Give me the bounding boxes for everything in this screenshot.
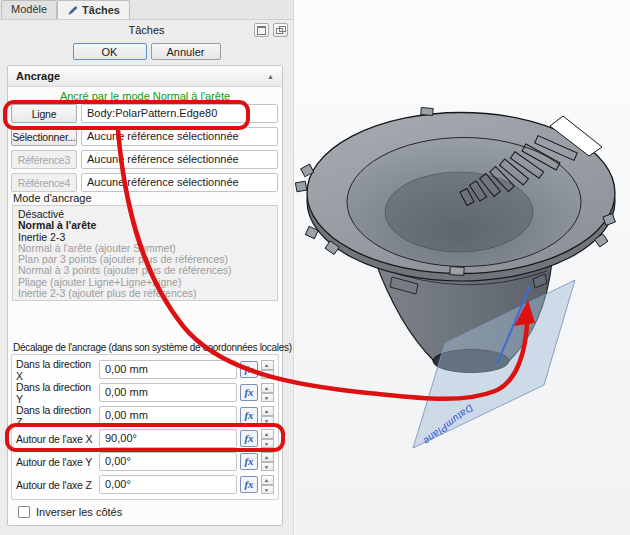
pen-icon bbox=[67, 5, 78, 16]
rotation-y-row: Autour de l'axe Y 0,00° fx bbox=[16, 452, 274, 471]
step-up-icon[interactable] bbox=[261, 406, 274, 416]
select-reference-button[interactable]: Sélectionner... bbox=[11, 127, 77, 146]
funnel-model[interactable] bbox=[295, 108, 615, 373]
formula-icon[interactable]: fx bbox=[240, 476, 258, 493]
anchor-section-header[interactable]: Ancrage bbox=[8, 66, 282, 87]
offset-y-row: Dans la direction Y 0,00 mm fx bbox=[16, 383, 274, 402]
anchor-status-message: Ancré par le mode Normal à l'arête bbox=[8, 90, 282, 102]
reference3-value[interactable]: Aucune référence sélectionnée bbox=[81, 150, 278, 169]
attachment-offset-label: Décalage de l'ancrage (dans son système … bbox=[13, 342, 297, 353]
offset-x-input[interactable]: 0,00 mm bbox=[99, 360, 237, 379]
rotation-z-input[interactable]: 0,00° bbox=[99, 475, 237, 494]
rotation-x-input[interactable]: 90,00° bbox=[99, 429, 237, 448]
rotation-y-label: Autour de l'axe Y bbox=[16, 456, 96, 468]
formula-icon[interactable]: fx bbox=[240, 361, 258, 378]
reference3-button: Référence3 bbox=[11, 150, 77, 169]
attachment-mode-label: Mode d'ancrage bbox=[13, 192, 92, 204]
collapse-panel-icon[interactable] bbox=[254, 23, 269, 37]
offset-x-row: Dans la direction X 0,00 mm fx bbox=[16, 360, 274, 379]
rotation-y-stepper bbox=[261, 452, 274, 471]
offset-z-stepper bbox=[261, 406, 274, 425]
step-down-icon[interactable] bbox=[261, 416, 274, 426]
anchor-section-title: Ancrage bbox=[16, 70, 60, 82]
invert-sides-checkbox[interactable] bbox=[18, 506, 30, 518]
tab-tasks-label: Tâches bbox=[82, 4, 120, 17]
step-down-icon[interactable] bbox=[261, 485, 274, 495]
step-down-icon[interactable] bbox=[261, 370, 274, 380]
offset-z-row: Dans la direction Z 0,00 mm fx bbox=[16, 406, 274, 425]
3d-scene: DatumPlane bbox=[295, 0, 630, 535]
mode-item-normal-to-edge[interactable]: Normal à l'arête bbox=[13, 220, 277, 231]
formula-icon[interactable]: fx bbox=[240, 384, 258, 401]
formula-icon[interactable]: fx bbox=[240, 407, 258, 424]
offset-x-label: Dans la direction X bbox=[16, 358, 96, 382]
panel-titlebar: Tâches bbox=[0, 20, 293, 40]
rotation-y-input[interactable]: 0,00° bbox=[99, 452, 237, 471]
offset-z-label: Dans la direction Z bbox=[16, 404, 96, 428]
rotation-x-row: Autour de l'axe X 90,00° fx bbox=[16, 429, 274, 448]
freecad-window: Modèle Tâches Tâches OK Annuler Ancrage bbox=[0, 0, 630, 535]
rotation-z-stepper bbox=[261, 475, 274, 494]
step-down-icon[interactable] bbox=[261, 393, 274, 403]
offset-y-stepper bbox=[261, 383, 274, 402]
step-up-icon[interactable] bbox=[261, 360, 274, 370]
offset-y-label: Dans la direction Y bbox=[16, 381, 96, 405]
step-down-icon[interactable] bbox=[261, 462, 274, 472]
invert-sides-label: Inverser les côtés bbox=[36, 506, 122, 518]
reference4-value[interactable]: Aucune référence sélectionnée bbox=[81, 173, 278, 192]
bowl-throat bbox=[385, 172, 533, 252]
ok-button[interactable]: OK bbox=[73, 43, 147, 60]
step-up-icon[interactable] bbox=[261, 383, 274, 393]
offset-y-input[interactable]: 0,00 mm bbox=[99, 383, 237, 402]
anchor-section: Ancrage Ancré par le mode Normal à l'arê… bbox=[7, 65, 283, 526]
rotation-x-stepper bbox=[261, 429, 274, 448]
mode-item-inertia-refs: Inertie 2-3 (ajouter plus de références) bbox=[13, 288, 277, 299]
panel-title: Tâches bbox=[128, 24, 164, 36]
step-up-icon[interactable] bbox=[261, 475, 274, 485]
rotation-x-label: Autour de l'axe X bbox=[16, 433, 96, 445]
reference-row-3: Référence3 Aucune référence sélectionnée bbox=[11, 150, 278, 169]
formula-icon[interactable]: fx bbox=[240, 453, 258, 470]
reference2-value[interactable]: Aucune référence sélectionnée bbox=[81, 127, 278, 146]
line-reference-button[interactable]: Ligne bbox=[11, 104, 77, 123]
flip-sides-row: Inverser les côtés bbox=[18, 506, 122, 518]
reference4-button: Référence4 bbox=[11, 173, 77, 192]
attachment-offset-group: Dans la direction X 0,00 mm fx Dans la d… bbox=[11, 354, 279, 500]
reference-row-1: Ligne Body:PolarPattern.Edge80 bbox=[11, 104, 278, 123]
float-panel-icon[interactable] bbox=[273, 23, 288, 37]
reference-row-2: Sélectionner... Aucune référence sélecti… bbox=[11, 127, 278, 146]
rotation-z-label: Autour de l'axe Z bbox=[16, 479, 96, 491]
step-down-icon[interactable] bbox=[261, 439, 274, 449]
attachment-mode-list[interactable]: Désactivé Normal à l'arête Inertie 2-3 N… bbox=[12, 205, 278, 301]
chevron-up-icon[interactable] bbox=[267, 73, 274, 80]
panel-tabbar: Modèle Tâches bbox=[0, 0, 293, 20]
step-up-icon[interactable] bbox=[261, 429, 274, 439]
offset-x-stepper bbox=[261, 360, 274, 379]
rotation-z-row: Autour de l'axe Z 0,00° fx bbox=[16, 475, 274, 494]
reference-row-4: Référence4 Aucune référence sélectionnée bbox=[11, 173, 278, 192]
dock-controls bbox=[254, 23, 288, 37]
3d-viewport[interactable]: DatumPlane bbox=[295, 0, 630, 535]
cancel-button[interactable]: Annuler bbox=[151, 43, 221, 60]
step-up-icon[interactable] bbox=[261, 452, 274, 462]
offset-z-input[interactable]: 0,00 mm bbox=[99, 406, 237, 425]
dialog-buttons: OK Annuler bbox=[0, 43, 293, 60]
task-panel: Modèle Tâches Tâches OK Annuler Ancrage bbox=[0, 0, 294, 535]
formula-icon[interactable]: fx bbox=[240, 430, 258, 447]
tab-model[interactable]: Modèle bbox=[1, 0, 57, 19]
line-reference-value[interactable]: Body:PolarPattern.Edge80 bbox=[81, 104, 278, 123]
tab-tasks[interactable]: Tâches bbox=[57, 0, 130, 19]
